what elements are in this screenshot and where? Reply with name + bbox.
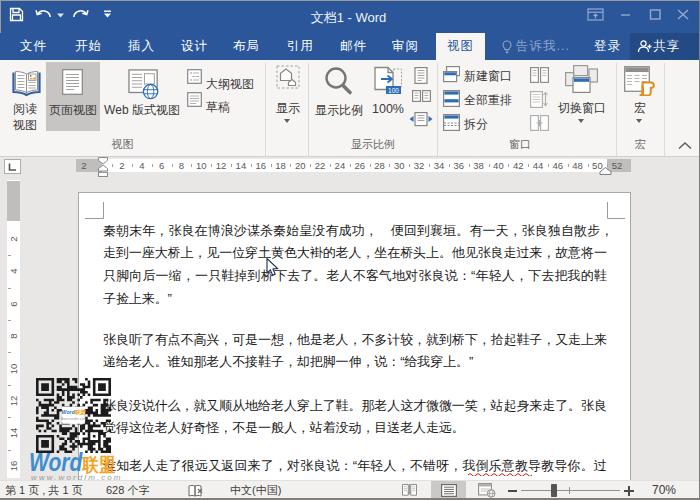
svg-text:Word联盟: Word联盟 <box>61 409 85 415</box>
svg-text:www.wordlm.com: www.wordlm.com <box>60 417 85 421</box>
svg-text:100: 100 <box>388 87 399 94</box>
